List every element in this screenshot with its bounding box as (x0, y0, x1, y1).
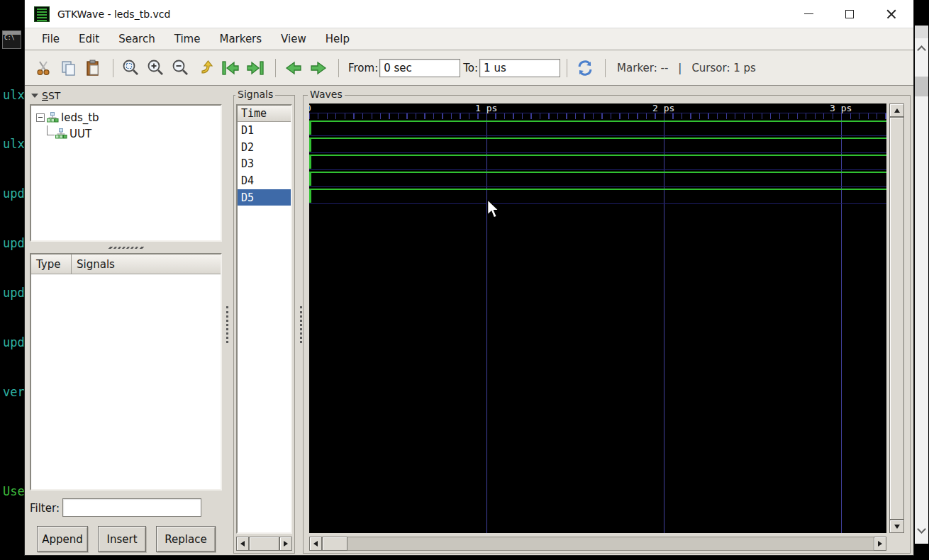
timeline-label-3ps: 3 ps (830, 103, 852, 113)
column-header-signals[interactable]: Signals (72, 254, 221, 274)
wave-high-line (309, 155, 886, 156)
signal-row-d2[interactable]: D2 (238, 139, 291, 156)
filter-input[interactable] (62, 498, 201, 517)
scroll-up-button[interactable] (889, 103, 904, 117)
reload-button[interactable] (574, 57, 596, 79)
maximize-icon (845, 10, 854, 18)
minimize-icon (804, 13, 813, 15)
signal-row-d1[interactable]: D1 (238, 122, 291, 139)
zoom-fit-icon (122, 59, 140, 77)
move-left-button[interactable] (282, 57, 305, 79)
sst-label: ST (48, 90, 60, 101)
scrollbar-thumb[interactable] (889, 117, 904, 520)
scroll-down-button[interactable] (889, 520, 904, 533)
title-bar[interactable]: GTKWave - leds_tb.vcd (25, 0, 913, 28)
go-to-end-button[interactable] (244, 57, 267, 79)
chevron-down-icon (917, 525, 926, 534)
signal-row-d4[interactable]: D4 (238, 172, 291, 189)
cut-button[interactable] (32, 57, 55, 79)
sst-header[interactable]: SST (31, 90, 60, 101)
signal-row-d3[interactable]: D3 (238, 155, 291, 172)
marker-status: Marker: -- (617, 62, 668, 74)
toolbar-separator (275, 59, 276, 77)
zoom-fit-button[interactable] (120, 57, 143, 79)
menu-help[interactable]: Help (318, 30, 357, 47)
signal-row-d5[interactable]: D5 (238, 189, 291, 206)
sst-tree[interactable]: leds_tb UUT (30, 104, 222, 242)
toolbar: From: To: Marker: -- | Cursor: 1 ps (25, 50, 913, 86)
undo-arrow-icon (196, 59, 215, 77)
toolbar-separator (338, 59, 339, 77)
column-header-type[interactable]: Type (31, 254, 72, 274)
waveform-row-d3 (309, 153, 886, 170)
chevron-up-icon (917, 45, 926, 55)
sst-signals-table[interactable]: Type Signals (30, 253, 222, 491)
replace-button[interactable]: Replace (156, 526, 216, 552)
append-button[interactable]: Append (37, 526, 88, 552)
tree-connector (47, 125, 55, 135)
triangle-left-icon (313, 541, 318, 547)
scroll-right-button[interactable] (279, 537, 292, 551)
triangle-down-icon (894, 525, 900, 529)
go-to-start-button[interactable] (219, 57, 242, 79)
zoom-out-button[interactable] (169, 57, 192, 79)
menu-view[interactable]: View (274, 30, 313, 47)
tree-node-label: leds_tb (61, 111, 99, 124)
menu-file[interactable]: File (35, 30, 67, 47)
tree-node-uut[interactable]: UUT (47, 125, 221, 142)
terminal-line: upd (3, 235, 26, 252)
skip-to-start-icon (221, 60, 240, 76)
zoom-in-icon (147, 59, 165, 77)
toolbar-separator (567, 59, 567, 77)
tree-node-leds-tb[interactable]: leds_tb (36, 109, 221, 125)
signals-list: Time D1 D2 D3 D4 D5 (236, 104, 292, 534)
to-input[interactable] (479, 59, 560, 77)
triangle-right-icon (878, 541, 882, 547)
zoom-in-button[interactable] (145, 57, 167, 79)
signals-horizontal-scrollbar[interactable] (236, 537, 292, 551)
wave-high-line (309, 189, 886, 190)
zoom-undo-button[interactable] (194, 57, 217, 79)
scrollbar-track[interactable] (347, 537, 874, 551)
filter-label: Filter: (30, 502, 60, 515)
menu-markers[interactable]: Markers (212, 30, 269, 47)
reload-icon (576, 59, 594, 77)
insert-button[interactable]: Insert (98, 526, 146, 552)
arrow-right-icon (308, 60, 328, 76)
status-divider: | (678, 62, 682, 74)
scroll-left-button[interactable] (309, 537, 322, 551)
tree-expander-icon[interactable] (36, 113, 45, 122)
menu-edit[interactable]: Edit (72, 30, 106, 47)
move-right-button[interactable] (307, 57, 330, 79)
scrollbar-thumb[interactable] (249, 537, 279, 551)
terminal-line: upd (3, 186, 26, 202)
terminal-line (3, 434, 26, 450)
menu-search[interactable]: Search (111, 30, 162, 47)
terminal-icon-label: C:\ (3, 35, 21, 42)
waves-vertical-scrollbar[interactable] (889, 103, 904, 533)
scroll-right-button[interactable] (874, 537, 886, 551)
triangle-right-icon (284, 541, 288, 547)
sst-horizontal-splitter[interactable] (30, 245, 222, 250)
window-title: GTKWave - leds_tb.vcd (57, 9, 170, 20)
paste-button[interactable] (82, 57, 104, 79)
terminal-line: Use (3, 483, 26, 500)
tree-node-label: UUT (69, 128, 91, 140)
scrollbar-thumb[interactable] (322, 537, 347, 551)
close-button[interactable] (871, 0, 912, 28)
gtkwave-app-icon (34, 6, 50, 22)
triangle-left-icon (240, 541, 245, 547)
wave-transition-edge (309, 189, 311, 203)
maximize-button[interactable] (829, 0, 870, 28)
wave-transition-edge (309, 121, 311, 135)
copy-button[interactable] (57, 57, 79, 79)
wave-canvas[interactable]: 0 1 ps 2 ps 3 ps (309, 103, 886, 533)
from-input[interactable] (379, 59, 460, 77)
waves-horizontal-scrollbar[interactable] (309, 537, 886, 551)
pane-splitter[interactable] (226, 306, 230, 343)
minimize-button[interactable] (788, 0, 829, 28)
menu-time[interactable]: Time (167, 30, 208, 47)
background-scrollbar (915, 26, 928, 544)
scroll-left-button[interactable] (236, 537, 249, 551)
time-column-header[interactable]: Time (238, 106, 291, 122)
